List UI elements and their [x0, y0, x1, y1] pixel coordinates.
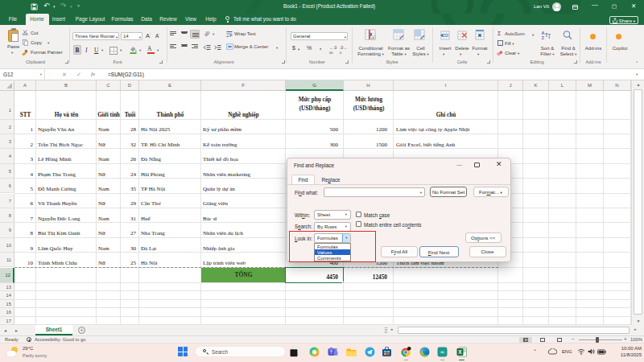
format-as-table-icon[interactable]: [393, 29, 405, 41]
align-bottom-button[interactable]: [190, 30, 200, 39]
row-header-4[interactable]: 4: [0, 149, 14, 163]
cell-B3[interactable]: Trần Thị Bích Ngọc: [36, 134, 97, 149]
conditional-formatting-label[interactable]: Conditional: [357, 46, 385, 51]
cell-C4[interactable]: Nam: [97, 149, 121, 163]
percent-icon[interactable]: %: [307, 45, 312, 51]
cell-C6[interactable]: Nam: [97, 179, 121, 193]
cell-I3[interactable]: Giỏi Excel, biết tiếng Anh: [394, 134, 498, 149]
cell-A10[interactable]: 9: [14, 238, 36, 253]
sort-filter-icon[interactable]: AZ: [541, 30, 551, 41]
tell-me-box[interactable]: Tell me what you want to do: [233, 14, 296, 25]
zoom-slider-track[interactable]: [579, 339, 622, 340]
row-header-14[interactable]: 14: [0, 291, 14, 299]
capcut-icon[interactable]: ∞: [437, 347, 448, 357]
cell-E2[interactable]: Hà Nội 2025: [139, 120, 201, 134]
column-header-F[interactable]: F: [201, 80, 286, 91]
cell-D7[interactable]: 29: [121, 194, 139, 208]
sheet-tab-sheet1[interactable]: Sheet1: [35, 325, 72, 335]
cell-B5[interactable]: Phạm Thu Trang: [36, 164, 97, 179]
chrome-icon[interactable]: [401, 347, 411, 357]
row-header-8[interactable]: 8: [0, 208, 14, 223]
align-center-icon[interactable]: [180, 44, 188, 51]
format-cells-icon[interactable]: [474, 30, 485, 41]
autosum-dropdown-icon[interactable]: ▾: [532, 33, 534, 37]
cell-A4[interactable]: 3: [14, 149, 36, 163]
row-header-9[interactable]: 9: [0, 223, 14, 237]
cut-icon[interactable]: [23, 30, 29, 36]
ribbon-display-options-icon[interactable]: [572, 5, 578, 10]
row-header-3[interactable]: 3: [0, 134, 14, 149]
cell-C8[interactable]: Nam: [97, 208, 121, 223]
formula-bar-expand-icon[interactable]: ▾: [636, 69, 638, 80]
speaker-icon[interactable]: [588, 348, 595, 355]
underline-button[interactable]: U: [94, 47, 98, 54]
find-select-label2[interactable]: Select ▾: [557, 51, 580, 56]
status-accessibility[interactable]: Accessibility: Good to go: [35, 337, 85, 342]
row-header-17[interactable]: 17: [0, 317, 14, 325]
fill-icon[interactable]: ↓: [497, 40, 503, 46]
cell-F11[interactable]: Lập trình viên web: [201, 253, 286, 267]
sheet-nav-left-icon[interactable]: ◂: [4, 327, 6, 333]
cell-B2[interactable]: Nguyễn Văn An: [36, 120, 97, 134]
insert-cells-icon[interactable]: [440, 30, 451, 41]
clear-icon[interactable]: [497, 50, 503, 56]
format-painter-icon[interactable]: [22, 49, 28, 56]
telegram-icon[interactable]: [365, 347, 375, 357]
fill-color-dropdown-icon[interactable]: ▾: [139, 48, 141, 52]
merge-center-label[interactable]: Merge & Center: [234, 44, 268, 49]
cell-C3[interactable]: Nữ: [97, 134, 121, 149]
number-format-combo[interactable]: General▾: [291, 32, 348, 40]
header-cell-H[interactable]: Mức lương(USD/tháng): [344, 91, 394, 120]
copy-icon[interactable]: [23, 39, 29, 46]
column-header-A[interactable]: A: [14, 80, 36, 91]
wrap-text-label[interactable]: Wrap Text: [234, 31, 256, 36]
tab-formulas[interactable]: Formulas: [109, 14, 135, 25]
row-header-7[interactable]: 7: [0, 194, 14, 208]
cell-F3[interactable]: Kế toán trưởng: [201, 134, 286, 149]
vertical-scroll-thumb[interactable]: [634, 89, 642, 315]
cell-E9[interactable]: Nha Trang: [139, 223, 201, 237]
find-select-label[interactable]: Find &: [557, 46, 580, 51]
cell-B6[interactable]: Đỗ Mạnh Cường: [36, 179, 97, 193]
format-cells-label[interactable]: Format: [469, 46, 490, 51]
qat-customize-icon[interactable]: ▿: [77, 4, 80, 8]
vertical-scrollbar[interactable]: ▲ ▼: [631, 80, 644, 325]
cell-styles-icon[interactable]: [414, 29, 426, 41]
header-cell-D[interactable]: Tuổi: [121, 91, 139, 120]
find-select-icon[interactable]: [562, 30, 572, 41]
add-ins-icon[interactable]: [590, 34, 596, 39]
cancel-icon[interactable]: ✕: [62, 69, 67, 80]
cell-E7[interactable]: Cần Thơ: [139, 194, 201, 208]
cell-F7[interactable]: Giảng viên: [201, 194, 286, 208]
horizontal-scroll-thumb[interactable]: [398, 327, 630, 334]
column-header-J[interactable]: J: [498, 80, 523, 91]
store-icon[interactable]: [382, 347, 392, 357]
cell-B7[interactable]: Vũ Thanh Huyền: [36, 194, 97, 208]
autosum-label[interactable]: AutoSum: [505, 31, 525, 36]
add-ins-label[interactable]: Add-ins: [582, 46, 605, 51]
cell-A6[interactable]: 5: [14, 179, 36, 193]
header-cell-F[interactable]: Nghề nghiệp: [201, 91, 286, 120]
search-dropdown[interactable]: By Rows▾: [314, 222, 351, 232]
tab-home[interactable]: Home: [26, 14, 49, 25]
cell-E6[interactable]: TP Hà Nội: [139, 179, 201, 193]
cell-C11[interactable]: Nữ: [97, 253, 121, 267]
cell-G3[interactable]: 300: [286, 134, 344, 149]
dialog-launcher-icon[interactable]: [487, 60, 490, 64]
find-all-button[interactable]: Find All: [381, 246, 418, 257]
row-header-10[interactable]: 10: [0, 238, 14, 253]
tab-insert[interactable]: Insert: [51, 14, 67, 25]
cell-B4[interactable]: Lê Hồng Minh: [36, 149, 97, 163]
weather-description[interactable]: Partly sunny: [23, 353, 47, 358]
tab-data[interactable]: Data: [137, 14, 156, 25]
increase-font-icon[interactable]: Aˆ: [146, 32, 151, 39]
minimize-button[interactable]: —: [592, 1, 598, 8]
column-header-I[interactable]: I: [394, 80, 498, 91]
task-view-icon[interactable]: [290, 347, 300, 357]
cell-C9[interactable]: Nữ: [97, 223, 121, 237]
start-button[interactable]: [178, 347, 188, 357]
cell-A11[interactable]: 10: [14, 253, 36, 267]
font-name-combo[interactable]: Times New Romar▾: [72, 32, 119, 40]
underline-dropdown-icon[interactable]: ▾: [101, 48, 103, 52]
row-header-2[interactable]: 2: [0, 120, 14, 134]
